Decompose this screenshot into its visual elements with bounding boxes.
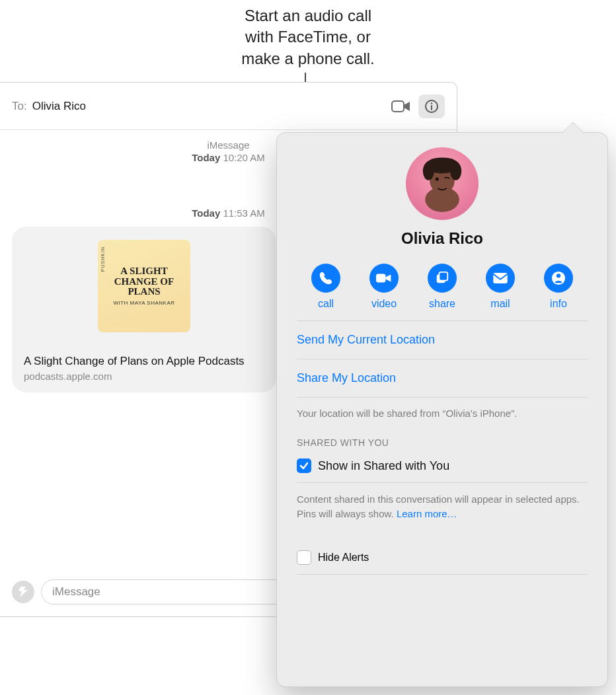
message-placeholder: iMessage — [52, 585, 100, 599]
mail-label: mail — [490, 298, 510, 310]
svg-point-2 — [431, 102, 432, 104]
svg-point-8 — [436, 178, 439, 181]
to-label: To: — [12, 100, 27, 113]
share-my-location[interactable]: Share My Location — [297, 359, 588, 398]
svg-point-14 — [557, 274, 560, 277]
callout-text: Start an audio call with FaceTime, or ma… — [0, 5, 616, 69]
details-info-icon[interactable] — [418, 94, 445, 118]
link-preview-source: podcasts.apple.com — [24, 371, 264, 382]
conversation-header: To: Olivia Rico — [0, 83, 457, 130]
svg-rect-12 — [493, 273, 507, 283]
svg-point-7 — [450, 162, 461, 180]
video-button[interactable]: video — [358, 264, 410, 310]
send-current-location[interactable]: Send My Current Location — [297, 321, 588, 359]
contact-avatar[interactable] — [406, 147, 479, 220]
svg-rect-11 — [439, 272, 447, 281]
call-label: call — [318, 298, 334, 310]
show-in-shared-row[interactable]: Show in Shared with You — [297, 455, 588, 483]
info-label: info — [550, 298, 567, 310]
shared-description: Content shared in this conversation will… — [297, 483, 588, 527]
hide-alerts-checkbox[interactable] — [297, 550, 311, 565]
link-preview-title: A Slight Change of Plans on Apple Podcas… — [24, 355, 264, 368]
svg-rect-0 — [392, 101, 404, 112]
show-in-shared-checkbox[interactable] — [297, 458, 311, 473]
hide-alerts-row[interactable]: Hide Alerts — [297, 527, 588, 575]
action-buttons-row: call video share mail info — [297, 264, 588, 310]
link-preview-image: PUSHKIN A SLIGHT CHANGE OF PLANS WITH MA… — [12, 227, 276, 346]
contact-name: Olivia Rico — [297, 229, 588, 248]
call-button[interactable]: call — [299, 264, 352, 310]
video-label: video — [371, 298, 397, 310]
svg-rect-9 — [376, 274, 385, 283]
details-popover: Olivia Rico call video share mail info S… — [276, 132, 608, 687]
recipient-name[interactable]: Olivia Rico — [32, 100, 86, 113]
hide-alerts-label: Hide Alerts — [318, 552, 369, 564]
share-button[interactable]: share — [416, 264, 469, 310]
info-button[interactable]: info — [532, 264, 585, 310]
svg-point-6 — [423, 162, 434, 180]
share-label: share — [429, 298, 455, 310]
mail-button[interactable]: mail — [474, 264, 527, 310]
apps-button[interactable] — [12, 581, 34, 603]
shared-with-you-header: SHARED WITH YOU — [297, 437, 588, 455]
show-in-shared-label: Show in Shared with You — [318, 459, 449, 473]
video-call-icon[interactable] — [388, 94, 414, 118]
link-preview-card[interactable]: PUSHKIN A SLIGHT CHANGE OF PLANS WITH MA… — [12, 227, 276, 392]
learn-more-link[interactable]: Learn more… — [397, 508, 457, 519]
location-note: Your location will be shared from “Olivi… — [297, 398, 588, 437]
